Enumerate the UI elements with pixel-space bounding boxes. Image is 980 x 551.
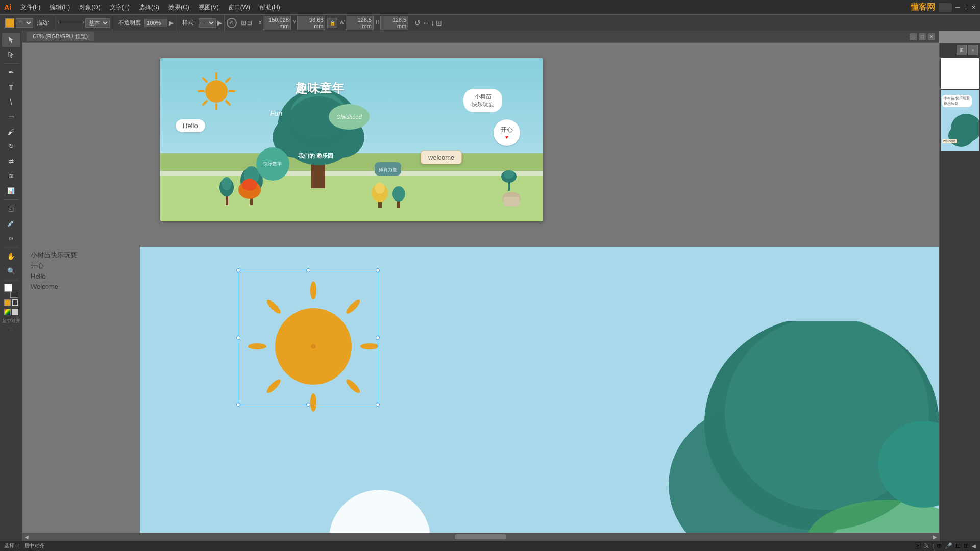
document-tab[interactable]: 67% (RGB/GPU 预览) — [27, 32, 94, 41]
menu-object[interactable]: 对象(O) — [75, 2, 104, 13]
h-value[interactable]: 126.5 mm — [380, 16, 408, 30]
flip-h-icon[interactable]: ↔ — [422, 19, 429, 27]
window-close[interactable]: ✕ — [971, 4, 976, 11]
mini-trees-svg — [943, 110, 979, 151]
y-value[interactable]: 98.63 mm — [297, 16, 325, 30]
handle-bl[interactable] — [236, 403, 240, 407]
tool-brush[interactable]: 🖌 — [2, 124, 20, 139]
menu-effect[interactable]: 效果(C) — [164, 2, 193, 13]
color-wheel-btn[interactable]: ⊙ — [227, 18, 237, 28]
handle-ml[interactable] — [236, 336, 240, 340]
svg-point-2 — [205, 80, 228, 103]
toolbar-spacing: 描边: — [35, 18, 52, 28]
status-arrow[interactable]: ◀ — [972, 543, 976, 549]
tool-group-opacity: 不透明度 ▶ — [114, 15, 176, 31]
menu-edit[interactable]: 编辑(E) — [45, 2, 74, 13]
doc-close-btn[interactable]: ✕ — [928, 33, 935, 40]
handle-tm[interactable] — [306, 268, 310, 272]
menu-file[interactable]: 文件(F) — [16, 2, 44, 13]
rect-icon: ▭ — [8, 113, 14, 120]
flip-v-icon[interactable]: ↕ — [431, 19, 434, 27]
handle-tr[interactable] — [376, 268, 380, 272]
doc-minimize-btn[interactable]: ─ — [910, 33, 917, 40]
menu-window[interactable]: 窗口(W) — [224, 2, 254, 13]
style-select[interactable]: ─ — [199, 18, 216, 28]
align-icon[interactable]: ⊞ — [436, 19, 442, 27]
tool-hand[interactable]: ✋ — [2, 249, 20, 263]
x-value[interactable]: 150.028 mm — [263, 16, 291, 30]
window-maximize[interactable]: □ — [964, 4, 967, 10]
stroke-style-select[interactable]: 基本 — [85, 18, 110, 28]
w-value[interactable]: 126.5 mm — [346, 16, 374, 30]
none-mode-btn[interactable] — [12, 309, 18, 315]
menu-help[interactable]: 帮助(H) — [255, 2, 284, 13]
tool-gradient[interactable]: ◱ — [2, 202, 20, 216]
tool-graph[interactable]: 📊 — [2, 184, 20, 198]
toolbar: ─ 描边: 基本 不透明度 ▶ 样式: ─ ▶ ⊙ ⊞ ⊟ X 150.028 … — [0, 14, 980, 31]
status-sep: | — [18, 543, 20, 549]
sun-object[interactable] — [242, 275, 385, 418]
fg-color-swatch[interactable] — [4, 284, 12, 292]
doc-restore-btn[interactable]: □ — [919, 33, 926, 40]
zoomed-canvas — [140, 247, 939, 541]
sun-svg-main — [242, 275, 385, 418]
color-mode-btn[interactable] — [4, 309, 11, 315]
svg-point-27 — [504, 170, 514, 179]
tool-type[interactable]: T — [2, 80, 20, 94]
orange-shape — [237, 174, 262, 200]
mini-welcome: welcom — [942, 139, 957, 143]
tool-sep-2 — [4, 199, 19, 200]
type-icon: T — [9, 83, 13, 91]
tool-eyedropper[interactable]: 💉 — [2, 216, 20, 231]
menu-view[interactable]: 视图(V) — [194, 2, 223, 13]
tool-reflect[interactable]: ⇄ — [2, 154, 20, 168]
tool-group-style: 样式: ─ ▶ — [178, 15, 225, 31]
banner-sun-container — [196, 71, 237, 114]
label-line-1: 小树苗快乐玩耍 — [31, 250, 77, 261]
tool-line[interactable]: \ — [2, 95, 20, 109]
opacity-input[interactable] — [144, 19, 167, 27]
menu-select[interactable]: 选择(S) — [135, 2, 163, 13]
menu-text[interactable]: 文字(T) — [106, 2, 134, 13]
handle-tl[interactable] — [236, 268, 240, 272]
panel-list-view[interactable]: ≡ — [968, 45, 978, 55]
welcome-sign: welcome — [421, 151, 462, 164]
tool-zoom[interactable]: 🔍 — [2, 264, 20, 278]
scroll-thumb[interactable] — [455, 534, 506, 539]
more-tools-btn[interactable]: ... — [9, 326, 13, 331]
lock-proportions-btn[interactable]: 🔒 — [327, 18, 337, 28]
status-icon-2: ⊕ — [937, 542, 942, 549]
tool-warp[interactable]: ≋ — [2, 169, 20, 183]
stroke-selector[interactable]: ─ — [16, 18, 33, 28]
fun-text: Fun — [270, 109, 282, 117]
scroll-left-btn[interactable]: ◀ — [24, 534, 29, 540]
rotate-icon[interactable]: ↺ — [414, 19, 421, 27]
tool-select[interactable] — [2, 33, 20, 47]
scroll-right-btn[interactable]: ▶ — [933, 534, 937, 540]
tool-pen[interactable]: ✒ — [2, 65, 20, 80]
fill-swatch[interactable] — [5, 18, 14, 28]
svg-point-39 — [310, 393, 316, 412]
childhood-bubble: Childhood — [329, 104, 370, 130]
right-panel-tabs: ⊞ ≡ — [940, 43, 980, 57]
status-sep2: | — [932, 543, 934, 549]
status-right: 🇸 英 | ⊕ 🎤 ⊡ ⊞ ◀ — [915, 542, 976, 549]
horizontal-scrollbar[interactable]: ◀ ▶ — [22, 533, 939, 541]
playground-label: 我们的 游乐园 — [298, 152, 333, 159]
tool-blend[interactable]: ∞ — [2, 231, 20, 245]
svg-point-41 — [248, 343, 266, 349]
childhood-text: Childhood — [336, 114, 362, 120]
tool-direct-select[interactable] — [2, 47, 20, 62]
svg-point-35 — [310, 281, 316, 299]
stroke-color-indicator[interactable] — [12, 299, 18, 306]
w-label: W — [339, 20, 344, 26]
style-arrow[interactable]: ▶ — [217, 19, 222, 27]
fill-color-indicator[interactable] — [4, 299, 11, 306]
tool-rect[interactable]: ▭ — [2, 110, 20, 124]
status-lang: 英 — [924, 542, 929, 549]
tool-rotate[interactable]: ↻ — [2, 139, 20, 154]
opacity-arrow[interactable]: ▶ — [169, 19, 174, 27]
window-minimize[interactable]: ─ — [956, 4, 960, 10]
svg-point-19 — [222, 177, 232, 190]
panel-grid-view[interactable]: ⊞ — [957, 45, 967, 55]
